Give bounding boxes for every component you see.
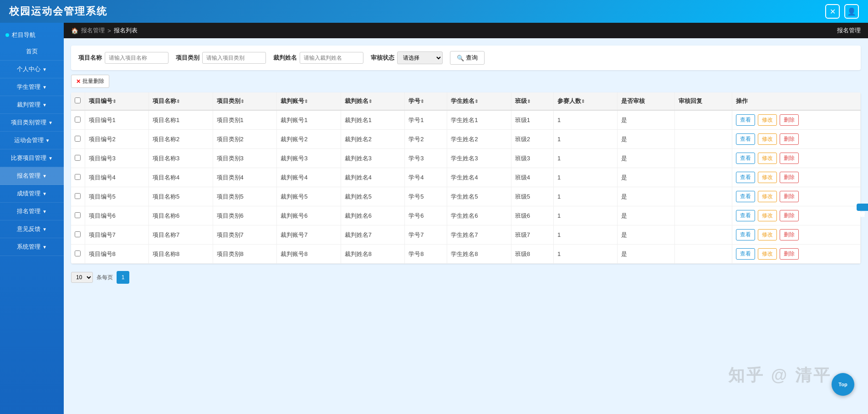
edit-button[interactable]: 修改: [758, 172, 777, 183]
sidebar-item-label: 排名管理: [17, 207, 41, 215]
chevron-down-icon: ▼: [48, 120, 53, 125]
td-checkbox: [71, 206, 85, 225]
edit-button[interactable]: 修改: [758, 191, 777, 202]
project-type-input[interactable]: [202, 52, 266, 64]
row-checkbox[interactable]: [75, 212, 81, 218]
edit-button[interactable]: 修改: [758, 229, 777, 240]
td-name: 项目名称3: [149, 149, 213, 168]
sidebar-item-label: 学生管理: [17, 83, 41, 91]
view-button[interactable]: 查看: [736, 210, 755, 221]
edit-button[interactable]: 修改: [758, 153, 777, 164]
th-name: 项目名称⇕: [149, 92, 213, 110]
page-size-select[interactable]: 10 20 50: [71, 272, 93, 283]
view-button[interactable]: 查看: [736, 153, 755, 164]
chevron-down-icon: ▼: [42, 174, 47, 179]
row-checkbox[interactable]: [75, 193, 81, 199]
sort-icon: ⇕: [475, 99, 478, 104]
row-checkbox[interactable]: [75, 136, 81, 142]
delete-button[interactable]: 删除: [780, 191, 799, 202]
view-button[interactable]: 查看: [736, 172, 755, 183]
td-type: 项目类别8: [213, 245, 277, 264]
th-checkbox: [71, 92, 85, 110]
row-checkbox[interactable]: [75, 250, 81, 256]
td-reply: [675, 149, 732, 168]
header-icons: ✕ 👤: [825, 4, 859, 19]
sort-icon: ⇕: [420, 99, 424, 104]
td-approved: 是: [618, 206, 675, 225]
x-icon: ✕: [76, 78, 81, 85]
action-bar: ✕ 批量删除: [71, 75, 861, 88]
project-name-input[interactable]: [105, 52, 168, 64]
table-row: 项目编号7 项目名称7 项目类别7 裁判账号7 裁判姓名7 学号7 学生姓名7 …: [71, 225, 861, 245]
edit-button[interactable]: 修改: [758, 210, 777, 221]
sidebar-item-profile[interactable]: 个人中心 ▼: [0, 61, 64, 78]
row-checkbox[interactable]: [75, 155, 81, 161]
view-button[interactable]: 查看: [736, 133, 755, 145]
td-code: 项目编号4: [85, 168, 149, 187]
delete-button[interactable]: 删除: [780, 210, 799, 221]
sidebar-item-sports-meet[interactable]: 运动会管理 ▼: [0, 132, 64, 149]
batch-delete-label: 批量删除: [82, 77, 104, 85]
td-code: 项目编号7: [85, 225, 149, 245]
page-1-button[interactable]: 1: [117, 271, 129, 284]
delete-button[interactable]: 删除: [780, 133, 799, 145]
td-student-name: 学生姓名6: [447, 206, 511, 225]
batch-delete-button[interactable]: ✕ 批量删除: [71, 75, 109, 88]
view-button[interactable]: 查看: [736, 114, 755, 126]
chevron-down-icon: ▼: [42, 209, 47, 214]
sidebar-nav-label: 栏目导航: [12, 31, 36, 39]
edit-button[interactable]: 修改: [758, 133, 777, 145]
sidebar-item-judges[interactable]: 裁判管理 ▼: [0, 96, 64, 114]
sidebar-item-feedback[interactable]: 意见反馈 ▼: [0, 220, 64, 238]
td-approved: 是: [618, 110, 675, 130]
judge-name-input[interactable]: [300, 52, 363, 64]
search-button[interactable]: 🔍 查询: [450, 51, 485, 65]
table-row: 项目编号8 项目名称8 项目类别8 裁判账号8 裁判姓名8 学号8 学生姓名8 …: [71, 245, 861, 264]
td-actions: 查看 修改 删除: [732, 245, 861, 264]
td-actions: 查看 修改 删除: [732, 110, 861, 130]
sidebar-item-categories[interactable]: 项目类别管理 ▼: [0, 114, 64, 132]
chevron-down-icon: ▼: [42, 191, 47, 196]
delete-button[interactable]: 删除: [780, 248, 799, 260]
user-button[interactable]: 👤: [844, 4, 859, 19]
sidebar-item-events[interactable]: 比赛项目管理 ▼: [0, 149, 64, 167]
approval-status-select[interactable]: 请选择 是 否: [397, 51, 443, 64]
delete-button[interactable]: 删除: [780, 229, 799, 240]
th-reply: 审核回复: [675, 92, 732, 110]
edit-button[interactable]: 修改: [758, 248, 777, 260]
sidebar-item-scores[interactable]: 成绩管理 ▼: [0, 185, 64, 203]
close-button[interactable]: ✕: [825, 4, 840, 19]
td-judge-name: 裁判姓名2: [341, 130, 405, 149]
td-checkbox: [71, 187, 85, 206]
delete-button[interactable]: 删除: [780, 114, 799, 126]
home-icon: 🏠: [71, 27, 78, 34]
project-type-field: 项目类别: [176, 52, 266, 64]
edit-button[interactable]: 修改: [758, 114, 777, 126]
top-button[interactable]: Top: [832, 373, 854, 396]
right-tab[interactable]: 报名管理: [857, 204, 868, 211]
sidebar-item-home[interactable]: 首页: [0, 43, 64, 61]
row-checkbox[interactable]: [75, 174, 81, 180]
delete-button[interactable]: 删除: [780, 153, 799, 164]
table-row: 项目编号3 项目名称3 项目类别3 裁判账号3 裁判姓名3 学号3 学生姓名3 …: [71, 149, 861, 168]
approval-status-field: 审核状态 请选择 是 否: [371, 51, 443, 64]
sidebar-item-registration[interactable]: 报名管理 ▼: [0, 167, 64, 185]
row-checkbox[interactable]: [75, 231, 81, 237]
row-checkbox[interactable]: [75, 117, 81, 123]
td-judge-acc: 裁判账号2: [277, 130, 341, 149]
sidebar-item-system[interactable]: 系统管理 ▼: [0, 238, 64, 256]
sidebar-item-students[interactable]: 学生管理 ▼: [0, 78, 64, 96]
sort-icon: ⇕: [112, 99, 116, 104]
td-class: 班级5: [511, 187, 553, 206]
td-name: 项目名称4: [149, 168, 213, 187]
view-button[interactable]: 查看: [736, 191, 755, 202]
view-button[interactable]: 查看: [736, 248, 755, 260]
td-judge-name: 裁判姓名3: [341, 149, 405, 168]
select-all-checkbox[interactable]: [75, 97, 81, 103]
td-count: 1: [553, 168, 618, 187]
td-actions: 查看 修改 删除: [732, 225, 861, 245]
td-reply: [675, 206, 732, 225]
view-button[interactable]: 查看: [736, 229, 755, 240]
sidebar-item-rankings[interactable]: 排名管理 ▼: [0, 203, 64, 220]
delete-button[interactable]: 删除: [780, 172, 799, 183]
